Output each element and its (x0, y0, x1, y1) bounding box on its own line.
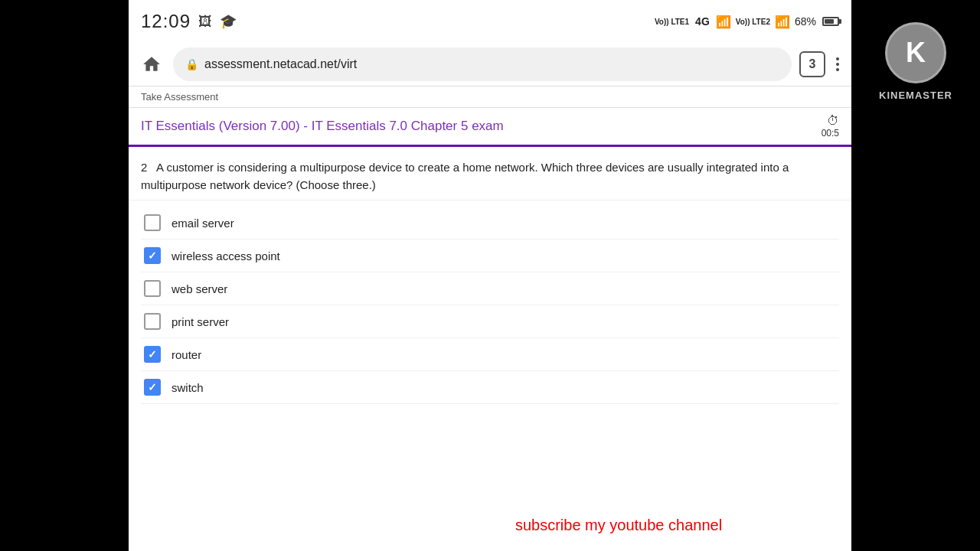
option-label-switch: switch (172, 381, 204, 394)
checkbox-email-server[interactable] (144, 214, 161, 231)
timer-value: 00:5 (822, 128, 839, 139)
kinemaster-watermark: K KINEMASTER (851, 0, 980, 122)
signal-bars-1: 📶 (716, 15, 731, 29)
signal-bars-2: 📶 (775, 15, 790, 29)
battery-percent: 68% (795, 15, 816, 28)
phone-screen: 12:09 🖼 🎓 Vo)) LTE1 4G 📶 Vo)) LTE2 📶 68% (129, 0, 851, 551)
exam-title-bar: IT Essentials (Version 7.00) - IT Essent… (129, 108, 851, 147)
carrier1-block: Vo)) LTE1 (655, 18, 689, 26)
option-label-router: router (172, 348, 201, 361)
dot3 (836, 68, 839, 71)
dot2 (836, 63, 839, 66)
kinemaster-label: KINEMASTER (879, 90, 952, 101)
timer-area: ⏱ 00:5 (822, 114, 839, 139)
checkbox-router[interactable] (144, 346, 161, 363)
dot1 (836, 57, 839, 60)
url-text: assessment.netacad.net/virt (204, 57, 779, 71)
assessment-area: Take Assessment IT Essentials (Version 7… (129, 86, 851, 410)
timer-icon: ⏱ (827, 114, 839, 128)
network-type: 4G (695, 15, 710, 28)
carrier2-block: Vo)) LTE2 (736, 18, 770, 26)
option-label-email-server: email server (172, 217, 234, 230)
exam-title: IT Essentials (Version 7.00) - IT Essent… (141, 119, 504, 134)
option-email-server[interactable]: email server (141, 207, 839, 240)
question-body: A customer is considering a multipurpose… (141, 161, 789, 191)
options-area: email server wireless access point web s… (129, 201, 851, 410)
option-label-print-server: print server (172, 315, 229, 328)
option-wireless-access-point[interactable]: wireless access point (141, 240, 839, 272)
option-label-wireless-access-point: wireless access point (172, 249, 280, 262)
option-switch[interactable]: switch (141, 371, 839, 404)
clock: 12:09 (141, 11, 191, 32)
carrier2-label: Vo)) LTE2 (736, 18, 770, 26)
checkbox-switch[interactable] (144, 379, 161, 396)
lock-icon: 🔒 (185, 58, 198, 70)
option-print-server[interactable]: print server (141, 305, 839, 338)
question-text: 2 A customer is considering a multipurpo… (141, 161, 789, 191)
kinemaster-logo: K (885, 22, 946, 83)
subscribe-label: subscribe my youtube channel (515, 517, 722, 533)
gallery-icon: 🖼 (198, 14, 212, 30)
question-number: 2 (141, 161, 147, 174)
menu-button[interactable] (833, 54, 842, 74)
status-bar: 12:09 🖼 🎓 Vo)) LTE1 4G 📶 Vo)) LTE2 📶 68% (129, 0, 851, 43)
tab-count[interactable]: 3 (799, 51, 825, 77)
status-left: 12:09 🖼 🎓 (141, 11, 237, 32)
checkbox-web-server[interactable] (144, 280, 161, 297)
right-black-bar: K KINEMASTER (851, 0, 980, 551)
left-black-bar (0, 0, 129, 551)
breadcrumb: Take Assessment (141, 91, 218, 103)
status-right: Vo)) LTE1 4G 📶 Vo)) LTE2 📶 68% (655, 15, 839, 29)
question-area: 2 A customer is considering a multipurpo… (129, 147, 851, 201)
school-icon: 🎓 (220, 13, 237, 30)
checkbox-wireless-access-point[interactable] (144, 247, 161, 264)
kinemaster-logo-letter: K (906, 37, 926, 69)
option-label-web-server: web server (172, 282, 227, 295)
checkbox-print-server[interactable] (144, 313, 161, 330)
option-router[interactable]: router (141, 338, 839, 371)
home-button[interactable] (138, 51, 165, 78)
battery-icon (822, 17, 839, 26)
option-web-server[interactable]: web server (141, 272, 839, 305)
address-bar[interactable]: 🔒 assessment.netacad.net/virt (173, 47, 792, 81)
carrier1-label: Vo)) LTE1 (655, 18, 689, 26)
breadcrumb-bar: Take Assessment (129, 86, 851, 108)
browser-bar: 🔒 assessment.netacad.net/virt 3 (129, 43, 851, 86)
